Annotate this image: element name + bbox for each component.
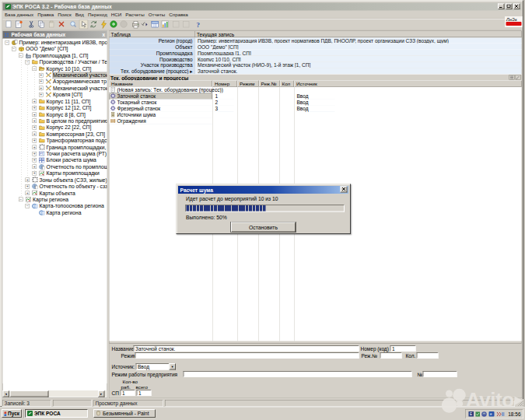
svg-text:?: ? — [197, 21, 201, 29]
svg-text:РТ: РТ — [40, 152, 44, 156]
svg-text:E: E — [470, 412, 472, 416]
